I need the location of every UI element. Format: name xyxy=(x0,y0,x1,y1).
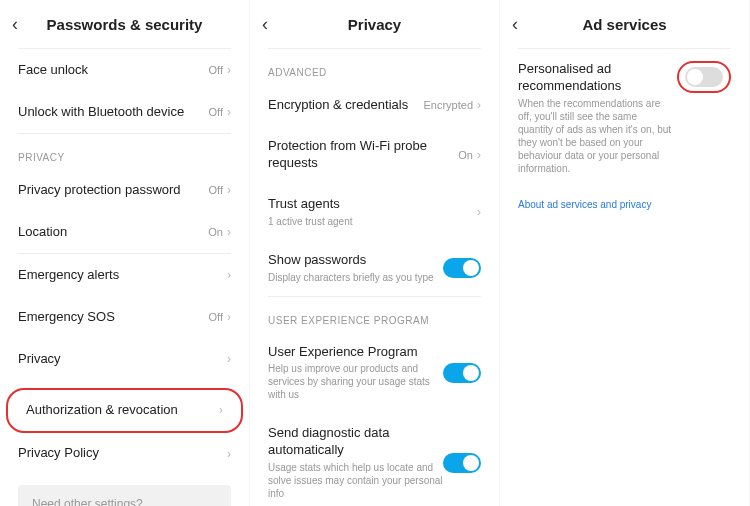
toggle-personalised-ads[interactable] xyxy=(685,67,723,87)
label: Privacy Policy xyxy=(18,445,227,462)
page-title: Ad services xyxy=(532,16,737,33)
row-user-experience[interactable]: User Experience Program Help us improve … xyxy=(250,332,499,414)
screen-ad-services: ‹ Ad services Personalised ad recommenda… xyxy=(500,0,750,506)
chevron-right-icon: › xyxy=(227,268,231,282)
label: Personalised ad recommendations xyxy=(518,61,673,95)
label: Location xyxy=(18,224,208,241)
sublabel: Help us improve our products and service… xyxy=(268,362,443,401)
chevron-right-icon: › xyxy=(227,225,231,239)
back-icon[interactable]: ‹ xyxy=(262,14,282,35)
sublabel: Usage stats which help us locate and sol… xyxy=(268,461,443,500)
value: On xyxy=(208,226,223,238)
section-privacy: PRIVACY xyxy=(0,134,249,169)
header: ‹ Ad services xyxy=(500,0,749,48)
label: Privacy protection password xyxy=(18,182,209,199)
value: Off xyxy=(209,106,223,118)
label: Send diagnostic data automatically xyxy=(268,425,443,459)
chevron-right-icon: › xyxy=(227,310,231,324)
row-privacy-password[interactable]: Privacy protection password Off › xyxy=(0,169,249,211)
label: Emergency alerts xyxy=(18,267,227,284)
label: Privacy xyxy=(18,351,227,368)
toggle-diagnostic[interactable] xyxy=(443,453,481,473)
back-icon[interactable]: ‹ xyxy=(12,14,32,35)
row-personalised-ads[interactable]: Personalised ad recommendations When the… xyxy=(500,49,749,187)
section-uep: USER EXPERIENCE PROGRAM xyxy=(250,297,499,332)
row-face-unlock[interactable]: Face unlock Off › xyxy=(0,49,249,91)
value: Off xyxy=(209,64,223,76)
page-title: Privacy xyxy=(282,16,487,33)
chevron-right-icon: › xyxy=(219,403,223,417)
label: Trust agents xyxy=(268,196,477,213)
label: Unlock with Bluetooth device xyxy=(18,104,209,121)
chevron-right-icon: › xyxy=(477,98,481,112)
label: Face unlock xyxy=(18,62,209,79)
screen-privacy: ‹ Privacy ADVANCED Encryption & credenti… xyxy=(250,0,500,506)
sublabel: When the recommendations are off, you'll… xyxy=(518,97,673,175)
page-title: Passwords & security xyxy=(32,16,237,33)
row-diagnostic-data[interactable]: Send diagnostic data automatically Usage… xyxy=(250,413,499,506)
row-show-passwords[interactable]: Show passwords Display characters briefl… xyxy=(250,240,499,296)
chevron-right-icon: › xyxy=(227,352,231,366)
back-icon[interactable]: ‹ xyxy=(512,14,532,35)
row-location[interactable]: Location On › xyxy=(0,211,249,253)
chevron-right-icon: › xyxy=(477,205,481,219)
label: Encryption & credentials xyxy=(268,97,423,114)
chevron-right-icon: › xyxy=(227,105,231,119)
link-about-ad-services[interactable]: About ad services and privacy xyxy=(500,187,749,222)
label: Authorization & revocation xyxy=(26,402,219,419)
row-privacy[interactable]: Privacy › xyxy=(0,338,249,380)
label: Protection from Wi-Fi probe requests xyxy=(268,138,458,172)
chevron-right-icon: › xyxy=(227,63,231,77)
value: Off xyxy=(209,311,223,323)
row-wifi-probe[interactable]: Protection from Wi-Fi probe requests On … xyxy=(250,126,499,184)
label: User Experience Program xyxy=(268,344,443,361)
highlight-toggle xyxy=(677,61,731,93)
row-encryption[interactable]: Encryption & credentials Encrypted › xyxy=(250,84,499,126)
chevron-right-icon: › xyxy=(477,148,481,162)
label: Show passwords xyxy=(268,252,443,269)
toggle-user-experience[interactable] xyxy=(443,363,481,383)
screen-passwords-security: ‹ Passwords & security Face unlock Off ›… xyxy=(0,0,250,506)
value: Off xyxy=(209,184,223,196)
section-advanced: ADVANCED xyxy=(250,49,499,84)
toggle-show-passwords[interactable] xyxy=(443,258,481,278)
row-emergency-sos[interactable]: Emergency SOS Off › xyxy=(0,296,249,338)
row-bluetooth-unlock[interactable]: Unlock with Bluetooth device Off › xyxy=(0,91,249,133)
row-trust-agents[interactable]: Trust agents 1 active trust agent › xyxy=(250,184,499,240)
label: Emergency SOS xyxy=(18,309,209,326)
footer-chip[interactable]: Need other settings? xyxy=(18,485,231,506)
row-authorization-revocation[interactable]: Authorization & revocation › xyxy=(6,388,243,433)
header: ‹ Privacy xyxy=(250,0,499,48)
row-emergency-alerts[interactable]: Emergency alerts › xyxy=(0,254,249,296)
value: Encrypted xyxy=(423,99,473,111)
sublabel: 1 active trust agent xyxy=(268,215,477,228)
chevron-right-icon: › xyxy=(227,447,231,461)
value: On xyxy=(458,149,473,161)
header: ‹ Passwords & security xyxy=(0,0,249,48)
row-privacy-policy[interactable]: Privacy Policy › xyxy=(0,433,249,475)
chevron-right-icon: › xyxy=(227,183,231,197)
sublabel: Display characters briefly as you type xyxy=(268,271,443,284)
